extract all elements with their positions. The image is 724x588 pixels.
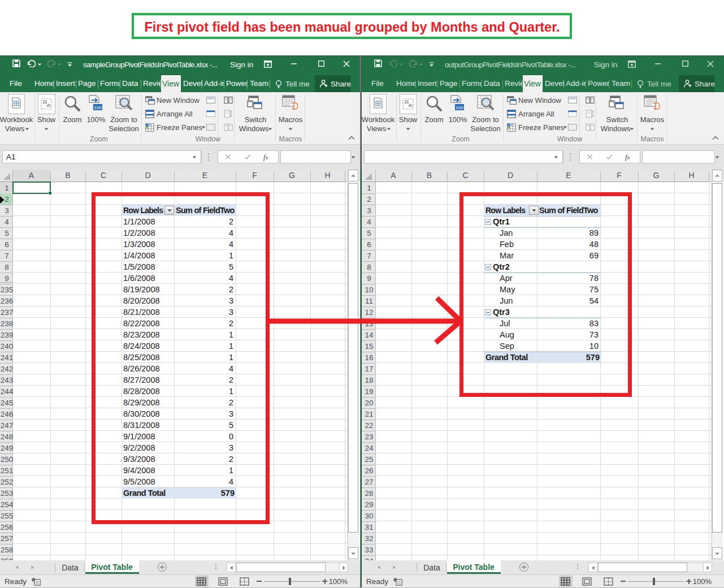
svg-text:100: 100 <box>94 105 102 110</box>
svg-text:100: 100 <box>456 105 463 110</box>
